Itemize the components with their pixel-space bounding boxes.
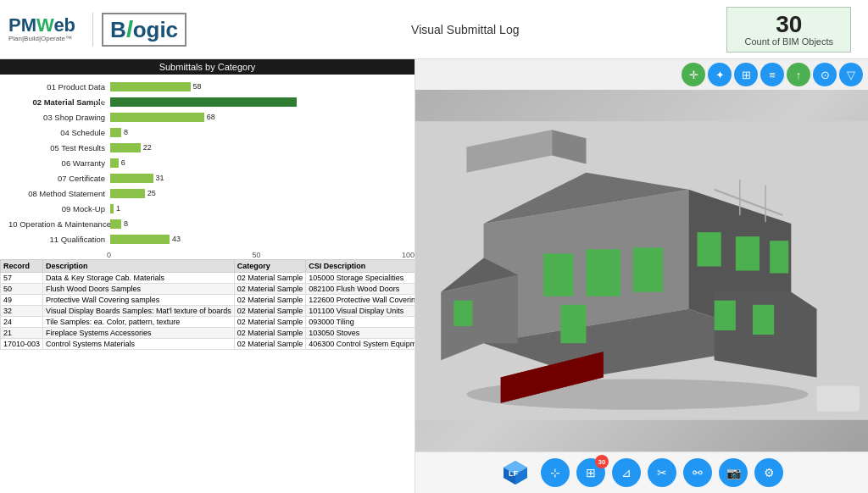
table-cell: Tile Samples: ea. Color, pattern, textur… <box>43 317 235 328</box>
table-row[interactable]: 21Fireplace Systems Accessories02 Materi… <box>1 328 415 339</box>
table-cell: Data & Key Storage Cab. Materials <box>43 273 235 284</box>
chart-bar-area: 31 <box>110 174 406 183</box>
table-cell: Flush Wood Doors Samples <box>43 284 235 295</box>
chart-bar <box>110 128 121 137</box>
chart-value: 58 <box>193 82 202 91</box>
svg-rect-18 <box>753 305 774 335</box>
funnel-btn[interactable]: ▽ <box>839 63 863 86</box>
chart-bar <box>110 189 145 198</box>
table-row[interactable]: 50Flush Wood Doors Samples02 Material Sa… <box>1 284 415 295</box>
table-cell: Control Systems Materials <box>43 339 235 350</box>
chart-bar-area: 1 <box>110 204 406 213</box>
table-row[interactable]: 24Tile Samples: ea. Color, pattern, text… <box>1 317 415 328</box>
chart-container: 01 Product Data5802 Material Sample13503… <box>0 75 415 251</box>
svg-rect-15 <box>560 305 586 343</box>
table-cell: 02 Material Sample <box>234 339 306 350</box>
chart-label: 01 Product Data <box>8 82 110 91</box>
table-cell: 105000 Storage Specialities <box>306 273 415 284</box>
chart-value: 22 <box>143 143 152 152</box>
table-cell: Fireplace Systems Accessories <box>43 328 235 339</box>
chart-value: 8 <box>124 128 128 136</box>
bim-count-label: Count of BIM Objects <box>744 36 833 47</box>
chart-row: 04 Schedule8 <box>8 125 406 139</box>
table-cell: 02 Material Sample <box>234 317 306 328</box>
page-title: Visual Submittal Log <box>203 23 726 36</box>
table-cell: 103050 Stoves <box>306 328 415 339</box>
connect-btn[interactable]: ✦ <box>708 63 732 86</box>
table-cell: 406300 Control System Equipment <box>306 339 415 350</box>
link-btn[interactable]: ⚯ <box>683 458 712 487</box>
target-btn[interactable]: ⊙ <box>813 63 837 86</box>
svg-rect-11 <box>633 247 663 291</box>
chart-bar <box>110 204 114 213</box>
chart-label: 10 Operation & Maintenance <box>8 219 110 229</box>
grid-badge-btn[interactable]: ⊞ 30 <box>576 458 605 487</box>
chart-label: 03 Shop Drawing <box>8 113 110 122</box>
bim-count-box: 30 Count of BIM Objects <box>726 7 851 53</box>
svg-text:LF: LF <box>509 469 518 478</box>
chart-label: 05 Test Results <box>8 143 110 152</box>
chart-bar <box>110 235 170 244</box>
chart-label: 09 Mock-Up <box>8 204 110 213</box>
chart-value: 6 <box>121 158 125 167</box>
table-wrapper: RecordDescriptionCategoryCSI Description… <box>0 259 415 350</box>
table-header-cell: CSI Description <box>306 260 415 273</box>
svg-rect-10 <box>587 249 620 296</box>
building-svg <box>415 90 868 451</box>
chart-row: 06 Warranty6 <box>8 156 406 169</box>
chart-row: 05 Test Results22 <box>8 141 406 154</box>
cursor-viewer-btn[interactable]: ⊹ <box>541 458 570 487</box>
left-panel: Submittals by Category 01 Product Data58… <box>0 59 415 493</box>
table-cell: 17010-003 <box>1 339 43 350</box>
chart-bar-area: 22 <box>110 143 406 152</box>
chart-row: 09 Mock-Up1 <box>8 202 406 215</box>
chart-bar-area: 8 <box>110 219 406 229</box>
bim-count-number: 30 <box>744 13 833 36</box>
chart-row: 03 Shop Drawing68 <box>8 110 406 124</box>
data-table: RecordDescriptionCategoryCSI Description… <box>0 259 415 350</box>
table-cell: 02 Material Sample <box>234 306 306 317</box>
chart-row: 07 Certificate31 <box>8 171 406 185</box>
blogic-logo: Blogic <box>102 13 186 47</box>
table-cell: 02 Material Sample <box>234 273 306 284</box>
table-cell: 24 <box>1 317 43 328</box>
chart-row: 10 Operation & Maintenance8 <box>8 217 406 230</box>
grid-btn[interactable]: ⊞ <box>734 63 758 86</box>
svg-rect-9 <box>543 253 573 296</box>
chart-title: Submittals by Category <box>0 59 415 75</box>
table-cell: 57 <box>1 273 43 284</box>
scissors-btn[interactable]: ✂ <box>648 458 676 487</box>
settings-btn[interactable]: ⚙ <box>754 458 783 487</box>
viewer-top-toolbar: ✛ ✦ ⊞ ≡ ↑ ⊙ ▽ <box>415 59 868 90</box>
table-row[interactable]: 17010-003Control Systems Materials02 Mat… <box>1 339 415 350</box>
chart-label: 06 Warranty <box>8 158 110 168</box>
chart-bar-area: 6 <box>110 158 406 168</box>
cube-icon: LF <box>500 457 531 488</box>
up-btn[interactable]: ↑ <box>787 63 810 86</box>
svg-rect-16 <box>453 301 472 326</box>
pmweb-tagline: Plan|Build|Operate™ <box>8 35 75 42</box>
filter-tool-btn[interactable]: ⊿ <box>612 458 641 487</box>
cursor-tool-btn[interactable]: ✛ <box>682 63 705 86</box>
table-row[interactable]: 57Data & Key Storage Cab. Materials02 Ma… <box>1 273 415 284</box>
svg-rect-26 <box>817 386 860 412</box>
table-cell: 49 <box>1 295 43 306</box>
table-row[interactable]: 49Protective Wall Covering samples02 Mat… <box>1 295 415 306</box>
right-panel: ✛ ✦ ⊞ ≡ ↑ ⊙ ▽ <box>415 59 868 493</box>
svg-rect-12 <box>697 232 721 266</box>
chart-bar <box>110 143 141 152</box>
table-row[interactable]: 32Visual Display Boards Samples: Mat'l t… <box>1 306 415 317</box>
svg-rect-13 <box>736 236 760 270</box>
table-header-cell: Category <box>234 260 306 273</box>
chart-label: 07 Certificate <box>8 174 110 183</box>
chart-row: 01 Product Data58 <box>8 80 406 93</box>
table-cell: 082100 Flush Wood Doors <box>306 284 415 295</box>
filter-btn[interactable]: ≡ <box>760 63 784 86</box>
chart-label: 08 Method Statement <box>8 189 110 198</box>
camera-btn[interactable]: 📷 <box>719 458 748 487</box>
table-cell: 32 <box>1 306 43 317</box>
main-content: Submittals by Category 01 Product Data58… <box>0 59 868 493</box>
table-section: RecordDescriptionCategoryCSI Description… <box>0 259 415 493</box>
chart-bar: 135 <box>110 97 297 107</box>
svg-rect-17 <box>715 301 736 330</box>
